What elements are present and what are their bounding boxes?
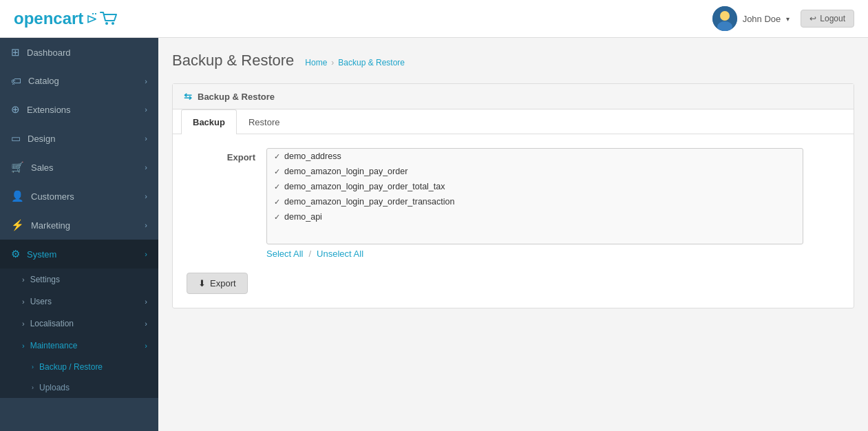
sidebar-item-customers[interactable]: 👤 Customers › — [0, 182, 158, 211]
user-name: John Doe — [743, 14, 781, 24]
sidebar-item-marketing[interactable]: ⚡ Marketing › — [0, 211, 158, 240]
page-header: Backup & Restore Home › Backup & Restore — [172, 52, 854, 70]
logout-icon: ↩ — [809, 14, 816, 23]
breadcrumb: Home › Backup & Restore — [305, 58, 405, 67]
export-label: Export — [187, 148, 255, 162]
export-down-icon: ⬇ — [198, 278, 206, 288]
sidebar-subsubitem-backup-restore[interactable]: › Backup / Restore — [0, 357, 158, 377]
backup-restore-card: ⇆ Backup & Restore Backup Restore Export — [172, 83, 854, 308]
check-icon: ✓ — [274, 167, 280, 176]
chevron-right-icon: › — [145, 297, 147, 306]
select-actions: Select All / Unselect All — [266, 249, 803, 259]
export-form-group: Export ✓ demo_address ✓ demo_amazon_logi… — [187, 148, 840, 259]
sidebar-item-label: Catalog — [28, 76, 59, 86]
sidebar-item-label: System — [27, 249, 56, 260]
transfer-icon: ⇆ — [184, 91, 192, 102]
top-navbar: opencart ⊳̈ John Doe ▾ ↩ Logout — [0, 0, 868, 38]
sub-arrow-icon: › — [22, 341, 25, 350]
chevron-right-icon: › — [145, 105, 147, 114]
svg-rect-5 — [721, 13, 728, 19]
chevron-right-icon: › — [145, 192, 147, 200]
sidebar-item-label: Dashboard — [27, 48, 71, 58]
subitem-label: Maintenance — [30, 341, 78, 350]
table-option-3[interactable]: ✓ demo_amazon_login_pay_order_transactio… — [267, 194, 803, 209]
logo-icon: ⊳̈ — [86, 10, 98, 27]
logout-button[interactable]: ↩ Logout — [801, 10, 854, 28]
export-button-label: Export — [210, 278, 236, 288]
sidebar-item-label: Customers — [31, 191, 74, 202]
tab-backup[interactable]: Backup — [181, 109, 237, 134]
svg-point-0 — [105, 22, 108, 25]
avatar — [712, 6, 737, 31]
sidebar-item-label: Extensions — [27, 105, 71, 115]
sidebar-item-dashboard[interactable]: ⊞ Dashboard — [0, 38, 158, 67]
breadcrumb-current[interactable]: Backup & Restore — [338, 58, 405, 67]
logo: opencart ⊳̈ — [14, 9, 120, 28]
check-icon: ✓ — [274, 198, 280, 207]
table-option-2[interactable]: ✓ demo_amazon_login_pay_order_total_tax — [267, 179, 803, 194]
page-title: Backup & Restore — [172, 52, 294, 70]
table-name: demo_amazon_login_pay_order_transaction — [284, 197, 454, 207]
sidebar-subitem-users[interactable]: › Users › — [0, 291, 158, 313]
divider: / — [308, 249, 311, 259]
logout-label: Logout — [820, 14, 845, 23]
sidebar-item-sales[interactable]: 🛒 Sales › — [0, 153, 158, 182]
main-layout: ⊞ Dashboard 🏷 Catalog › ⊕ Extensions › ▭… — [0, 38, 868, 431]
chevron-right-icon: › — [145, 134, 147, 143]
dashboard-icon: ⊞ — [11, 46, 20, 59]
table-name: demo_amazon_login_pay_order — [284, 167, 407, 176]
sidebar-item-catalog[interactable]: 🏷 Catalog › — [0, 67, 158, 95]
chevron-right-icon: › — [145, 163, 147, 171]
customers-icon: 👤 — [11, 190, 24, 202]
dropdown-caret-icon: ▾ — [786, 15, 790, 23]
sidebar-item-system[interactable]: ⚙ System › — [0, 240, 158, 269]
table-option-4[interactable]: ✓ demo_api — [267, 209, 803, 224]
sub-arrow-icon: › — [22, 275, 25, 284]
breadcrumb-home[interactable]: Home — [305, 58, 327, 67]
table-name: demo_api — [284, 212, 322, 222]
sidebar-subitem-settings[interactable]: › Settings — [0, 269, 158, 291]
sidebar: ⊞ Dashboard 🏷 Catalog › ⊕ Extensions › ▭… — [0, 38, 158, 431]
catalog-icon: 🏷 — [11, 75, 21, 87]
unselect-all-button[interactable]: Unselect All — [317, 249, 363, 259]
table-option-1[interactable]: ✓ demo_amazon_login_pay_order — [267, 164, 803, 179]
sub-arrow-icon: › — [22, 297, 25, 306]
sidebar-item-label: Design — [28, 134, 55, 144]
sidebar-item-design[interactable]: ▭ Design › — [0, 124, 158, 153]
svg-point-1 — [112, 22, 114, 25]
sidebar-item-extensions[interactable]: ⊕ Extensions › — [0, 95, 158, 124]
dot-icon: › — [32, 384, 34, 391]
user-menu[interactable]: John Doe ▾ — [712, 6, 790, 31]
subitem-label: Users — [30, 297, 52, 306]
export-button[interactable]: ⬇ Export — [187, 273, 248, 294]
select-all-button[interactable]: Select All — [266, 249, 303, 259]
design-icon: ▭ — [11, 132, 21, 145]
cart-icon — [99, 11, 120, 26]
sidebar-subitem-localisation[interactable]: › Localisation › — [0, 313, 158, 335]
table-option-0[interactable]: ✓ demo_address — [267, 149, 803, 164]
sales-icon: 🛒 — [11, 161, 24, 174]
content-area: Backup & Restore Home › Backup & Restore… — [158, 38, 868, 431]
check-icon: ✓ — [274, 152, 280, 161]
export-select-container: ✓ demo_address ✓ demo_amazon_login_pay_o… — [266, 148, 803, 259]
subsubitem-label: Uploads — [39, 383, 70, 392]
sidebar-subitem-maintenance[interactable]: › Maintenance › — [0, 335, 158, 357]
sidebar-subsubitem-uploads[interactable]: › Uploads — [0, 377, 158, 398]
sidebar-item-label: Sales — [31, 162, 54, 173]
card-body: Export ✓ demo_address ✓ demo_amazon_logi… — [173, 134, 854, 308]
table-name: demo_amazon_login_pay_order_total_tax — [284, 182, 445, 191]
subitem-label: Localisation — [30, 319, 74, 328]
logo-text: opencart — [14, 9, 83, 28]
extensions-icon: ⊕ — [11, 103, 20, 116]
chevron-right-icon: › — [145, 341, 147, 350]
tab-bar: Backup Restore — [173, 109, 854, 134]
tables-select-box[interactable]: ✓ demo_address ✓ demo_amazon_login_pay_o… — [266, 148, 803, 244]
table-name: demo_address — [284, 151, 341, 161]
card-header: ⇆ Backup & Restore — [173, 84, 854, 109]
tab-restore[interactable]: Restore — [237, 109, 292, 134]
system-icon: ⚙ — [11, 248, 20, 260]
sidebar-item-label: Marketing — [31, 220, 70, 231]
marketing-icon: ⚡ — [11, 219, 24, 231]
sub-arrow-icon: › — [22, 319, 25, 328]
chevron-right-icon: › — [145, 221, 147, 229]
